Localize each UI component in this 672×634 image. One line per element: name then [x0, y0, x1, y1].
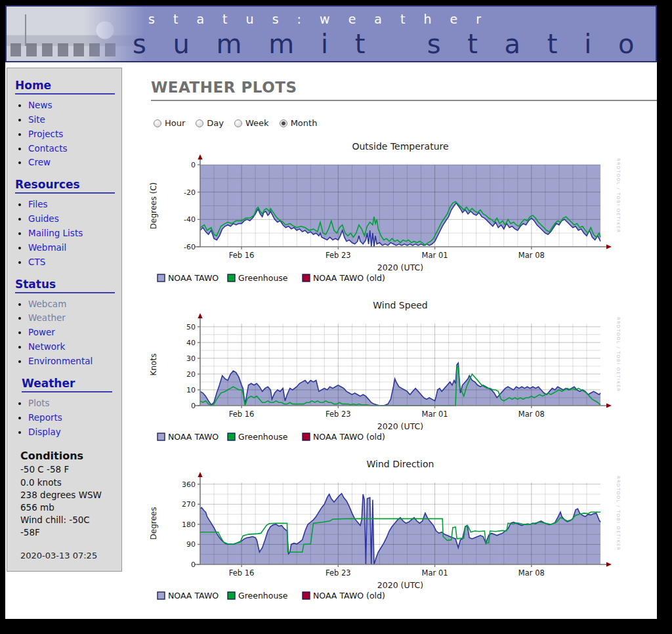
sidebar-link-display[interactable]: Display	[28, 427, 61, 437]
list-item: Display	[28, 425, 121, 440]
sidebar-link-environmental[interactable]: Environmental	[28, 356, 93, 366]
svg-text:Mar 08: Mar 08	[518, 251, 545, 260]
list-item: Projects	[28, 127, 121, 142]
charts-container: 0-20-40-60Feb 16Feb 23Mar 01Mar 08Outsid…	[146, 138, 657, 602]
period-radio-hour[interactable]	[154, 119, 161, 127]
sidebar-link-webcam[interactable]: Webcam	[28, 299, 66, 309]
sidebar-link-contacts[interactable]: Contacts	[28, 143, 68, 154]
main-content: WEATHER PLOTS HourDayWeekMonth 0-20-40-6…	[146, 71, 657, 602]
conditions-line: -50 C -58 F	[20, 463, 121, 476]
sidebar-link-site[interactable]: Site	[28, 114, 45, 125]
period-radio-week[interactable]	[234, 119, 242, 127]
svg-text:Mar 08: Mar 08	[518, 568, 545, 578]
antenna-mast	[25, 14, 26, 46]
conditions-panel: Conditions-50 C -58 F0.0 knots238 degree…	[20, 450, 121, 560]
svg-text:-60: -60	[184, 243, 196, 251]
sidebar-link-plots[interactable]: Plots	[28, 398, 49, 408]
svg-text:NOAA TAWO: NOAA TAWO	[168, 591, 219, 601]
list-item: CTS	[28, 255, 121, 270]
sidebar-link-power[interactable]: Power	[28, 327, 55, 337]
sidebar-link-cts[interactable]: CTS	[28, 257, 45, 267]
page-title: WEATHER PLOTS	[151, 79, 657, 101]
svg-text:Greenhouse: Greenhouse	[238, 273, 288, 283]
sidebar-link-guides[interactable]: Guides	[28, 213, 59, 224]
list-item: Reports	[28, 411, 121, 425]
conditions-line: -58F	[20, 526, 121, 539]
svg-text:Mar 08: Mar 08	[518, 410, 545, 419]
conditions-line: Wind chill: -50C	[20, 514, 121, 526]
list-item: News	[28, 98, 121, 113]
list-item: Network	[28, 340, 121, 354]
svg-text:-40: -40	[184, 215, 196, 224]
svg-text:RRDTOOL / TOBI OETIKER: RRDTOOL / TOBI OETIKER	[616, 476, 621, 551]
list-item: Contacts	[28, 142, 121, 156]
list-item: Files	[28, 198, 121, 212]
banner-subtitle: s t a t u s : w e a t h e r	[148, 12, 488, 26]
list-item: Crew	[28, 156, 121, 170]
sidebar-link-files[interactable]: Files	[28, 199, 48, 209]
list-item: Site	[28, 113, 121, 127]
svg-text:2020 (UTC): 2020 (UTC)	[377, 421, 423, 431]
period-option-day[interactable]: Day	[196, 118, 224, 128]
page: s t a t u s : w e a t h e r s u m m i t …	[5, 5, 657, 619]
svg-text:-20: -20	[184, 188, 196, 197]
site-banner: s t a t u s : w e a t h e r s u m m i t …	[5, 5, 657, 62]
svg-text:270: 270	[182, 500, 196, 509]
sidebar-list: PlotsReportsDisplay	[7, 396, 121, 440]
chart-outside-temperature: 0-20-40-60Feb 16Feb 23Mar 01Mar 08Outsid…	[146, 138, 657, 284]
sidebar-link-weather[interactable]: Weather	[28, 312, 66, 323]
sidebar-link-mailing-lists[interactable]: Mailing Lists	[28, 228, 83, 238]
sidebar-link-crew[interactable]: Crew	[28, 157, 51, 167]
list-item: Guides	[28, 212, 121, 226]
svg-text:Feb 23: Feb 23	[326, 568, 351, 578]
svg-text:Greenhouse: Greenhouse	[238, 591, 288, 601]
list-item: Webmail	[28, 241, 121, 255]
svg-text:RRDTOOL / TOBI OETIKER: RRDTOOL / TOBI OETIKER	[616, 158, 621, 234]
sidebar-link-projects[interactable]: Projects	[28, 129, 63, 139]
list-item: Weather	[28, 311, 121, 326]
svg-text:Feb 16: Feb 16	[229, 251, 255, 260]
svg-text:2020 (UTC): 2020 (UTC)	[377, 263, 423, 272]
sidebar: HomeNewsSiteProjectsContactsCrewResource…	[7, 68, 122, 572]
period-radio-day[interactable]	[196, 119, 203, 127]
svg-text:0: 0	[191, 402, 196, 410]
svg-text:Feb 23: Feb 23	[326, 410, 351, 419]
period-option-hour[interactable]: Hour	[154, 118, 185, 128]
period-radio-month[interactable]	[280, 119, 287, 127]
svg-text:0: 0	[191, 560, 196, 569]
period-radio-label: Hour	[165, 118, 185, 128]
station-photo	[7, 7, 148, 61]
svg-text:Mar 01: Mar 01	[422, 251, 448, 260]
list-item: Plots	[28, 396, 121, 411]
sidebar-link-reports[interactable]: Reports	[28, 412, 62, 423]
sidebar-link-webmail[interactable]: Webmail	[28, 242, 66, 253]
sidebar-link-news[interactable]: News	[28, 100, 52, 110]
sidebar-section-title-weather: Weather	[22, 377, 112, 392]
svg-text:Degrees (C): Degrees (C)	[149, 182, 158, 229]
sidebar-section-title-status: Status	[15, 278, 115, 293]
period-radio-group: HourDayWeekMonth	[154, 118, 657, 128]
svg-text:NOAA TAWO (old): NOAA TAWO (old)	[313, 273, 385, 283]
period-option-month[interactable]: Month	[280, 118, 318, 128]
svg-text:Feb 23: Feb 23	[326, 251, 351, 260]
svg-text:NOAA TAWO: NOAA TAWO	[168, 432, 219, 442]
banner-title: s u m m i t s t a t i o n	[133, 29, 657, 59]
svg-text:50: 50	[186, 323, 196, 331]
sidebar-section-title-home: Home	[15, 79, 115, 95]
period-radio-label: Day	[207, 118, 224, 128]
svg-text:Knots: Knots	[149, 354, 158, 376]
sidebar-link-network[interactable]: Network	[28, 341, 65, 352]
svg-text:NOAA TAWO: NOAA TAWO	[168, 273, 219, 283]
svg-text:2020 (UTC): 2020 (UTC)	[377, 580, 423, 590]
sidebar-list: WebcamWeatherPowerNetworkEnvironmental	[7, 297, 121, 369]
svg-text:Feb 16: Feb 16	[229, 410, 255, 419]
conditions-line: 656 mb	[20, 501, 121, 514]
list-item: Power	[28, 326, 121, 340]
svg-text:0: 0	[191, 161, 196, 169]
period-option-week[interactable]: Week	[234, 118, 269, 128]
list-item: Mailing Lists	[28, 226, 121, 241]
conditions-line: 238 degrees WSW	[20, 489, 121, 501]
svg-text:10: 10	[186, 386, 196, 394]
svg-text:Wind Speed: Wind Speed	[373, 300, 428, 310]
period-radio-label: Week	[245, 118, 269, 128]
